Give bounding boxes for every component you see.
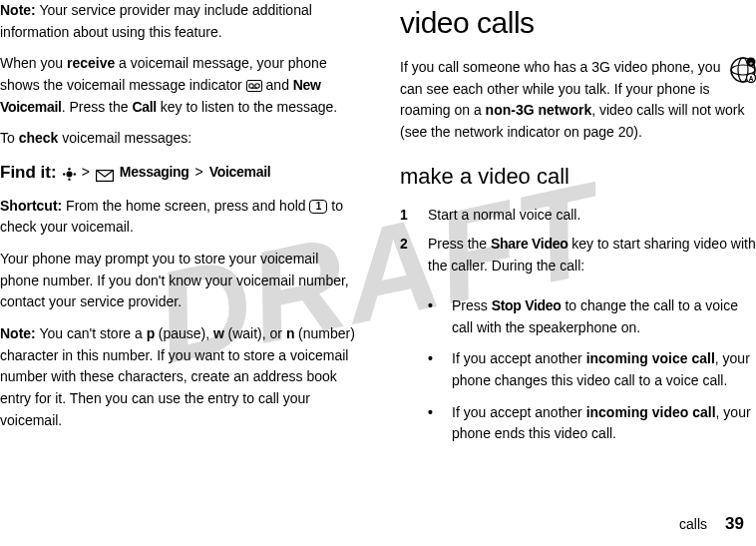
- note-pause-wait: Note: You can't store a p (pause), w (wa…: [0, 323, 356, 431]
- bullet-body: If you accept another incoming voice cal…: [452, 348, 756, 391]
- find-it-label: Find it:: [0, 160, 57, 186]
- step-number: 2: [400, 234, 414, 276]
- bullet-body: Press Stop Video to change the call to a…: [452, 295, 756, 338]
- step-number: 1: [400, 205, 414, 227]
- n-char: n: [286, 325, 294, 341]
- text: voicemail messages:: [58, 130, 191, 146]
- bullet-incoming-video: If you accept another incoming video cal…: [428, 402, 756, 445]
- svg-text:A: A: [749, 75, 754, 82]
- video-calls-heading: video calls: [400, 0, 756, 45]
- note-body: Your service provider may include additi…: [0, 2, 312, 40]
- envelope-icon: [96, 167, 114, 179]
- bullet-incoming-voice: If you accept another incoming voice cal…: [428, 348, 756, 391]
- receive-bold: receive: [67, 55, 115, 71]
- step-body: Start a normal voice call.: [428, 205, 580, 227]
- text: If you accept another: [452, 404, 586, 420]
- bullet-body: If you accept another incoming video cal…: [452, 402, 756, 445]
- text: Press the: [428, 236, 491, 252]
- step-2: 2 Press the Share Video key to start sha…: [400, 234, 756, 276]
- svg-point-5: [68, 179, 70, 181]
- find-it-line: Find it: > Messaging > Voicemail: [0, 160, 356, 186]
- store-number-paragraph: Your phone may prompt you to store your …: [0, 249, 356, 313]
- step-body: Press the Share Video key to start shari…: [428, 234, 756, 276]
- make-video-call-heading: make a video call: [400, 160, 756, 193]
- menu-dot-icon: [63, 166, 76, 179]
- svg-point-6: [63, 174, 65, 176]
- incoming-voice-bold: incoming voice call: [586, 350, 715, 366]
- incoming-video-bold: incoming video call: [586, 404, 716, 420]
- right-column: video calls +A If you call someone who h…: [396, 0, 756, 546]
- bullet-stop-video: Press Stop Video to change the call to a…: [428, 295, 756, 338]
- voicemail-indicator-icon: [246, 80, 262, 92]
- step-1: 1 Start a normal voice call.: [400, 205, 756, 227]
- non-3g-bold: non-3G network: [486, 102, 592, 118]
- note-label: Note:: [0, 325, 36, 341]
- page-content: Note: Your service provider may include …: [0, 0, 756, 546]
- check-bold: check: [19, 130, 59, 146]
- text: To: [0, 130, 19, 146]
- video-calls-intro: +A If you call someone who has a 3G vide…: [400, 57, 756, 144]
- text: From the home screen, press and hold: [62, 198, 309, 214]
- text: and: [262, 77, 293, 93]
- left-column: Note: Your service provider may include …: [0, 0, 360, 546]
- note-label: Note:: [0, 2, 36, 18]
- gt: >: [195, 162, 203, 183]
- receive-voicemail-paragraph: When you receive a voicemail message, yo…: [0, 53, 356, 118]
- note-additional-info: Note: Your service provider may include …: [0, 0, 356, 43]
- w-char: w: [213, 325, 224, 341]
- text: (pause),: [155, 325, 213, 341]
- svg-text:+: +: [749, 60, 753, 66]
- shortcut-label: Shortcut:: [0, 198, 62, 214]
- svg-point-0: [248, 84, 253, 89]
- steps-list: 1 Start a normal voice call. 2 Press the…: [400, 205, 756, 285]
- text: (wait), or: [224, 325, 286, 341]
- shortcut-paragraph: Shortcut: From the home screen, press an…: [0, 196, 356, 239]
- svg-point-7: [73, 174, 75, 176]
- text: If you accept another: [452, 350, 586, 366]
- text: key to listen to the message.: [157, 99, 337, 115]
- svg-point-4: [68, 168, 70, 170]
- text: When you: [0, 55, 67, 71]
- voicemail-label: Voicemail: [209, 162, 271, 183]
- text: Press: [452, 297, 492, 313]
- check-voicemail-intro: To check voicemail messages:: [0, 128, 356, 150]
- stop-video-key: Stop Video: [492, 297, 562, 313]
- svg-point-1: [254, 84, 259, 89]
- 3g-network-icon: +A: [730, 57, 756, 83]
- share-video-key: Share Video: [491, 236, 567, 252]
- bullet-list: Press Stop Video to change the call to a…: [428, 295, 756, 455]
- text: . Press the: [62, 99, 133, 115]
- call-key-label: Call: [132, 99, 156, 115]
- gt: >: [82, 162, 90, 183]
- messaging-label: Messaging: [120, 162, 189, 183]
- key-1-icon: 1: [309, 200, 327, 214]
- svg-point-3: [66, 172, 72, 178]
- text: You can't store a: [36, 325, 147, 341]
- p-char: p: [147, 325, 155, 341]
